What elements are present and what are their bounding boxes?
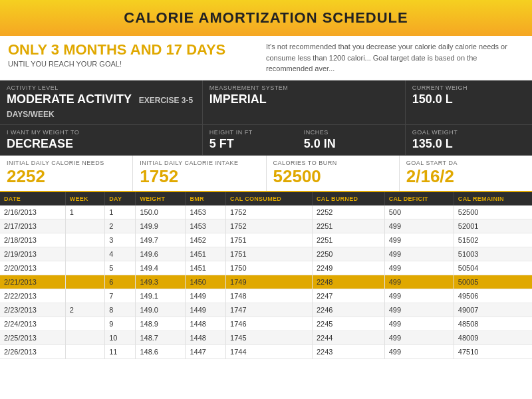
table-cell: 8 xyxy=(105,303,136,317)
table-cell xyxy=(65,261,104,275)
table-cell: 1751 xyxy=(226,247,313,261)
goal-weight-cell: GOAL WEIGHT 135.0 L xyxy=(406,125,532,155)
initial-calories-value: 2252 xyxy=(7,166,126,187)
table-cell: 49506 xyxy=(454,289,532,303)
col-header-cal-burned: CAL BURNED xyxy=(312,192,384,205)
goal-start-cell: GOAL START DA 2/16/2 xyxy=(400,156,532,191)
table-cell: 1747 xyxy=(226,303,313,317)
col-header-cal-consumed: CAL CONSUMED xyxy=(226,192,313,205)
table-cell: 1449 xyxy=(186,303,226,317)
table-cell: 1745 xyxy=(226,331,313,344)
table-header-row: DATE WEEK DAY WEIGHT BMR CAL CONSUMED CA… xyxy=(0,192,532,205)
table-cell: 1751 xyxy=(226,233,313,247)
subheader-right: It's not recommended that you decrease y… xyxy=(266,41,524,74)
table-cell: 1448 xyxy=(186,317,226,331)
current-weight-label: CURRENT WEIGH xyxy=(412,84,525,91)
table-cell: 499 xyxy=(384,219,454,233)
info-row-2: I WANT MY WEIGHT TO DECREASE HEIGHT IN F… xyxy=(0,125,532,156)
table-cell xyxy=(65,344,104,358)
table-cell: 2251 xyxy=(312,233,384,247)
col-header-cal-remaining: CAL REMAININ xyxy=(454,192,532,205)
subheader: ONLY 3 MONTHS AND 17 DAYS UNTIL YOU REAC… xyxy=(0,36,532,80)
table-cell: 499 xyxy=(384,331,454,344)
table-cell: 11 xyxy=(105,344,136,358)
table-cell: 47510 xyxy=(454,344,532,358)
measurement-value: IMPERIAL xyxy=(209,92,398,106)
table-cell: 500 xyxy=(384,205,454,219)
table-cell: 499 xyxy=(384,261,454,275)
table-cell: 2249 xyxy=(312,261,384,275)
activity-label: ACTIVITY LEVEL xyxy=(7,84,196,91)
table-cell: 2/16/2013 xyxy=(0,205,65,219)
table-cell: 2/24/2013 xyxy=(0,317,65,331)
table-cell: 1453 xyxy=(186,219,226,233)
table-cell: 2248 xyxy=(312,275,384,289)
table-cell: 52500 xyxy=(454,205,532,219)
table-cell: 499 xyxy=(384,289,454,303)
table-cell: 3 xyxy=(105,233,136,247)
want-cell: I WANT MY WEIGHT TO DECREASE xyxy=(0,125,203,155)
table-row: 2/19/20134149.614511751225049951003 xyxy=(0,247,532,261)
table-cell: 2/22/2013 xyxy=(0,289,65,303)
table-row: 2/16/201311150.014531752225250052500 xyxy=(0,205,532,219)
col-header-date: DATE xyxy=(0,192,65,205)
table-cell: 52001 xyxy=(454,219,532,233)
height-cell: HEIGHT IN FT 5 FT INCHES 5.0 IN xyxy=(203,125,406,155)
table-row: 2/20/20135149.414511750224949950504 xyxy=(0,261,532,275)
table-cell: 149.3 xyxy=(136,275,186,289)
table-cell: 9 xyxy=(105,317,136,331)
table-cell: 499 xyxy=(384,303,454,317)
table-cell: 2 xyxy=(65,303,104,317)
col-header-bmr: BMR xyxy=(186,192,226,205)
goal-weight-label: GOAL WEIGHT xyxy=(412,129,525,136)
col-header-cal-deficit: CAL DEFICIT xyxy=(384,192,454,205)
height-in-label: INCHES xyxy=(304,129,398,136)
height-ft-label: HEIGHT IN FT xyxy=(209,129,304,136)
calories-to-burn-value: 52500 xyxy=(273,166,392,187)
table-cell: 149.6 xyxy=(136,247,186,261)
goal-highlight: ONLY 3 MONTHS AND 17 DAYS xyxy=(8,41,266,59)
table-cell: 149.0 xyxy=(136,303,186,317)
table-cell: 150.0 xyxy=(136,205,186,219)
table-cell: 2243 xyxy=(312,344,384,358)
table-cell: 1744 xyxy=(226,344,313,358)
measurement-label: MEASUREMENT SYSTEM xyxy=(209,84,398,91)
table-cell: 149.4 xyxy=(136,261,186,275)
table-cell: 48508 xyxy=(454,317,532,331)
table-cell: 2247 xyxy=(312,289,384,303)
activity-value: MODERATE ACTIVITY EXERCISE 3-5 DAYS/WEEK xyxy=(7,92,196,120)
table-cell: 1450 xyxy=(186,275,226,289)
table-cell: 2246 xyxy=(312,303,384,317)
schedule-table: DATE WEEK DAY WEIGHT BMR CAL CONSUMED CA… xyxy=(0,192,532,359)
col-header-week: WEEK xyxy=(65,192,104,205)
table-cell: 49007 xyxy=(454,303,532,317)
table-body: 2/16/201311150.0145317522252500525002/17… xyxy=(0,205,532,359)
table-cell: 1453 xyxy=(186,205,226,219)
goal-subtitle: UNTIL YOU REACH YOUR GOAL! xyxy=(8,60,266,68)
goal-weight-value: 135.0 L xyxy=(412,137,525,151)
table-cell xyxy=(65,289,104,303)
table-cell: 1 xyxy=(65,205,104,219)
table-cell: 499 xyxy=(384,344,454,358)
stats-row: INITIAL DAILY CALORIE NEEDS 2252 INITIAL… xyxy=(0,156,532,192)
table-cell: 1447 xyxy=(186,344,226,358)
table-cell: 2/18/2013 xyxy=(0,233,65,247)
table-cell: 1749 xyxy=(226,275,313,289)
table-cell: 6 xyxy=(105,275,136,289)
table-cell: 1752 xyxy=(226,219,313,233)
col-header-weight: WEIGHT xyxy=(136,192,186,205)
table-cell: 1 xyxy=(105,205,136,219)
table-row: 2/25/201310148.714481745224449948009 xyxy=(0,331,532,344)
activity-cell: ACTIVITY LEVEL MODERATE ACTIVITY EXERCIS… xyxy=(0,80,203,124)
table-cell: 2/26/2013 xyxy=(0,344,65,358)
info-rows: ACTIVITY LEVEL MODERATE ACTIVITY EXERCIS… xyxy=(0,80,532,156)
initial-intake-cell: INITIAL DAILY CALORIE INTAKE 1752 xyxy=(133,156,266,191)
goal-start-label: GOAL START DA xyxy=(406,160,525,166)
table-cell: 4 xyxy=(105,247,136,261)
table-cell: 2/20/2013 xyxy=(0,261,65,275)
table-cell: 1449 xyxy=(186,289,226,303)
table-cell: 2244 xyxy=(312,331,384,344)
table-cell: 2/17/2013 xyxy=(0,219,65,233)
table-cell: 149.7 xyxy=(136,233,186,247)
table-cell: 5 xyxy=(105,261,136,275)
